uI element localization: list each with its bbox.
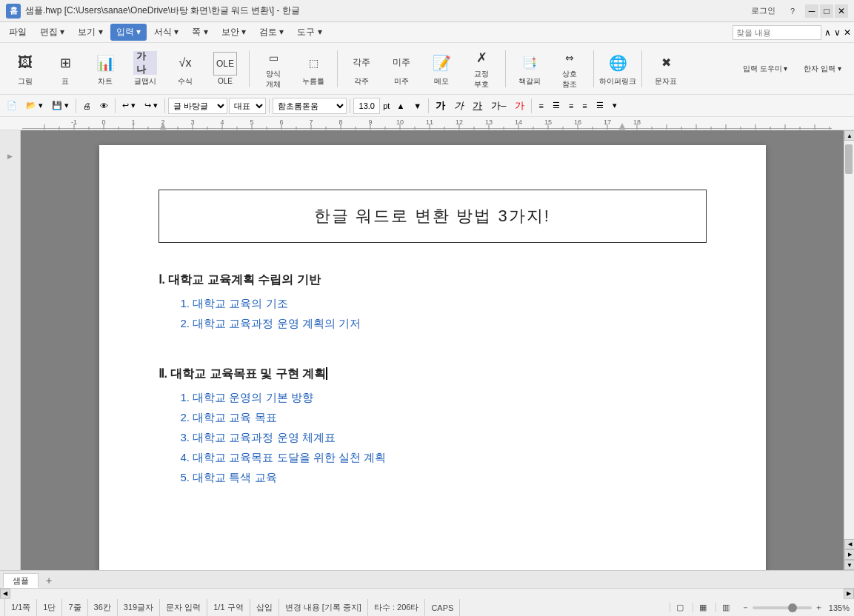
toolbar-correction[interactable]: ✗ 교정부호 <box>462 47 501 90</box>
button-icon: ⬚ <box>301 51 325 75</box>
para-style-select[interactable]: 대표 <box>229 98 266 114</box>
toolbar-divider5 <box>641 50 642 87</box>
toolbar-textbox[interactable]: 가나 글맵시 <box>126 47 164 90</box>
toolbar-ole[interactable]: OLE OLE <box>206 47 244 90</box>
align-distribute-btn[interactable]: ☰ <box>593 98 607 114</box>
align-center-btn[interactable]: ☰ <box>549 98 564 114</box>
scroll-page-up[interactable]: ◀ <box>844 539 854 549</box>
svg-text:0: 0 <box>101 118 105 126</box>
zoom-out-btn[interactable]: － <box>741 602 750 613</box>
italic-btn[interactable]: 가 <box>450 98 467 114</box>
tab-add-btn[interactable]: + <box>40 573 58 588</box>
toolbar: 🖼 그림 ⊞ 표 📊 차트 가나 글맵시 √x 수식 OLE OLE ▭ 양식개… <box>0 43 854 95</box>
bookmark-icon: 📑 <box>518 51 541 75</box>
scroll-track[interactable] <box>844 141 854 539</box>
toolbar-comment[interactable]: 📝 메모 <box>422 47 461 90</box>
redo-btn[interactable]: ↪ ▾ <box>141 98 161 114</box>
status-view-btn3[interactable]: ▥ <box>715 603 735 612</box>
status-view-btn2[interactable]: ▦ <box>693 603 713 612</box>
print-btn[interactable]: 🖨 <box>79 98 95 114</box>
color-btn[interactable]: 가 <box>511 98 528 114</box>
align-left-btn[interactable]: ≡ <box>535 98 547 114</box>
close-btn[interactable]: ✕ <box>835 4 848 18</box>
strikethrough-btn[interactable]: 가– <box>487 98 510 114</box>
app-icon: 홈 <box>6 4 21 19</box>
table-icon: ⊞ <box>53 51 77 75</box>
toolbar-endnote[interactable]: 미주 미주 <box>382 47 421 90</box>
doc-area[interactable]: 한글 워드로 변환 방법 3가지! Ⅰ. 대학교 교육계획 수립의 기반 1. … <box>21 130 844 570</box>
input-helper-label: 입력 도우미 ▾ <box>743 64 788 74</box>
style-select[interactable]: 글 바탕글 <box>168 98 227 114</box>
menu-page[interactable]: 쪽 ▾ <box>186 24 213 41</box>
menu-view[interactable]: 보기 ▾ <box>72 24 108 41</box>
toolbar-charmap[interactable]: ✖ 문자표 <box>647 47 685 90</box>
status-view-btn1[interactable]: ▢ <box>670 603 690 612</box>
document-title: 한글 워드로 변환 방법 3가지! <box>189 205 676 227</box>
toolbar-table[interactable]: ⊞ 표 <box>46 47 84 90</box>
scroll-page-down[interactable]: ▶ <box>844 549 854 560</box>
title-bar: 홈 샘플.hwp [C:\Users\sanae\OneDrive\바탕 화면\… <box>0 0 854 22</box>
format-divider4 <box>269 98 270 113</box>
hscroll-right-btn[interactable]: ▶ <box>844 589 854 599</box>
bold-btn[interactable]: 가 <box>432 98 449 114</box>
open-doc-btn[interactable]: 📂 ▾ <box>22 98 47 114</box>
new-doc-btn[interactable]: 📄 <box>3 98 21 114</box>
menu-insert[interactable]: 입력 ▾ <box>110 24 147 41</box>
format-more-btn[interactable]: ▾ <box>609 98 621 114</box>
minimize-btn[interactable]: ─ <box>805 4 818 18</box>
toolbar-style[interactable]: ▭ 양식개체 <box>254 47 293 90</box>
hanja-input-label: 한자 입력 ▾ <box>804 64 841 74</box>
print-preview-btn[interactable]: 👁 <box>96 98 112 114</box>
zoom-in-btn[interactable]: ＋ <box>815 602 823 613</box>
zoom-slider-thumb[interactable] <box>788 603 797 612</box>
align-justify-btn[interactable]: ≡ <box>578 98 590 114</box>
menu-edit[interactable]: 편집 ▾ <box>34 24 70 41</box>
hscroll-track[interactable] <box>10 589 844 599</box>
hanja-input-btn[interactable]: 한자 입력 ▾ <box>797 47 848 90</box>
undo-btn[interactable]: ↩ ▾ <box>119 98 139 114</box>
menu-security[interactable]: 보안 ▾ <box>216 24 252 41</box>
section2-heading: Ⅱ. 대학교 교육목표 및 구현 계획 <box>159 366 707 382</box>
menu-tools[interactable]: 도구 ▾ <box>291 24 327 41</box>
toolbar-footnote[interactable]: 각주 각주 <box>342 47 381 90</box>
toolbar-crossref[interactable]: ⇔ 상호참조 <box>550 47 589 90</box>
svg-text:13: 13 <box>485 118 493 126</box>
scroll-up-btn[interactable]: ▲ <box>844 130 854 141</box>
menu-file[interactable]: 파일 <box>3 24 33 41</box>
font-size-input[interactable] <box>353 98 380 114</box>
input-helper-btn[interactable]: 입력 도우미 ▾ <box>736 47 795 90</box>
page[interactable]: 한글 워드로 변환 방법 3가지! Ⅰ. 대학교 교육계획 수립의 기반 1. … <box>99 145 766 570</box>
search-down-icon[interactable]: ∨ <box>834 27 841 38</box>
maximize-btn[interactable]: □ <box>820 4 833 18</box>
menu-format[interactable]: 서식 ▾ <box>148 24 184 41</box>
menu-review[interactable]: 검토 ▾ <box>253 24 290 41</box>
search-input[interactable] <box>733 25 821 40</box>
toolbar-bookmark[interactable]: 📑 책갈피 <box>510 47 549 90</box>
hscroll-left-btn[interactable]: ◀ <box>0 589 10 599</box>
status-chars: 319글자 <box>118 599 160 616</box>
save-btn[interactable]: 💾 ▾ <box>48 98 73 114</box>
scroll-thumb[interactable] <box>845 144 853 174</box>
help-btn[interactable]: ? <box>786 5 799 17</box>
format-divider6 <box>428 98 429 113</box>
toolbar-button[interactable]: ⬚ 누름틀 <box>294 47 333 90</box>
svg-text:18: 18 <box>633 118 641 126</box>
svg-text:17: 17 <box>604 118 611 126</box>
font-size-up-btn[interactable]: ▲ <box>393 98 408 114</box>
status-right: ▢ ▦ ▥ － ＋ 135% <box>670 602 850 613</box>
tab-sample[interactable]: 샘플 <box>3 573 39 588</box>
zoom-slider[interactable] <box>753 606 812 609</box>
toolbar-picture[interactable]: 🖼 그림 <box>6 47 44 90</box>
font-size-down-btn[interactable]: ▼ <box>410 98 425 114</box>
toolbar-formula[interactable]: √x 수식 <box>166 47 204 90</box>
scroll-down-btn[interactable]: ▼ <box>844 560 854 570</box>
toolbar-hyperlink[interactable]: 🌐 하이퍼링크 <box>598 47 637 90</box>
login-btn[interactable]: 로그인 <box>747 4 780 18</box>
font-select[interactable]: 함초롬돋움 <box>273 98 347 114</box>
status-chars2: 타수 : 206타 <box>368 599 426 616</box>
align-right-btn[interactable]: ≡ <box>565 98 577 114</box>
search-close-icon[interactable]: ✕ <box>844 27 851 38</box>
search-up-icon[interactable]: ∧ <box>824 27 831 38</box>
toolbar-chart[interactable]: 📊 차트 <box>86 47 124 90</box>
underline-btn[interactable]: 가 <box>469 98 486 114</box>
